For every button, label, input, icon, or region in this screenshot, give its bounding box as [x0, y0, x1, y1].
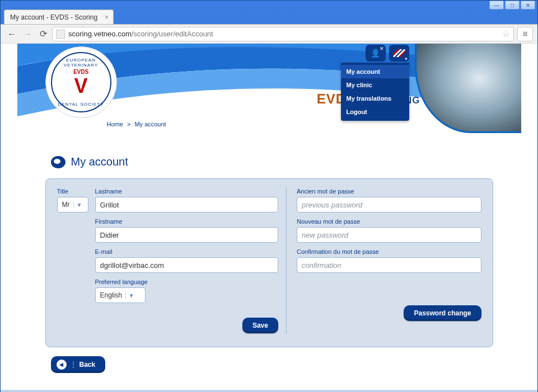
reload-icon[interactable]: ⟳ [36, 27, 50, 41]
lastname-label: Lastname [95, 188, 278, 195]
email-input[interactable] [95, 257, 278, 273]
menu-item-my-translations[interactable]: My translations [341, 92, 409, 105]
tab-title: My account - EVDS - Scoring [10, 13, 97, 21]
menu-item-logout[interactable]: Logout [341, 105, 409, 119]
firstname-label: Firstname [95, 218, 278, 225]
logo-top-text: EUROPEAN VETERINARY [52, 58, 110, 68]
language-label: Preferred language [95, 278, 148, 285]
menu-item-my-clinic[interactable]: My clinic [341, 78, 409, 92]
page-viewport: EUROPEAN VETERINARY EVDS V DENTAL SOCIET… [1, 44, 537, 392]
new-password-label: Nouveau mot de passe [297, 218, 481, 225]
menu-item-my-account[interactable]: My account [341, 65, 409, 78]
chrome-menu-icon[interactable]: ≡ [517, 27, 533, 41]
close-window-button[interactable]: ✕ [521, 1, 535, 10]
user-menu-button[interactable]: 👤✕ [366, 45, 386, 62]
back-button[interactable]: ◄ ⋮ Back [51, 356, 106, 373]
section-title: My account [71, 155, 128, 168]
section-header: My account [51, 155, 521, 168]
url-host: scoring.vetneo.com [68, 30, 132, 38]
old-password-label: Ancien mot de passe [297, 188, 481, 195]
uk-flag-icon [393, 49, 405, 57]
maximize-button[interactable]: □ [505, 1, 520, 10]
back-dots-icon: ⋮ [70, 361, 76, 369]
lastname-input[interactable] [95, 197, 278, 212]
confirm-password-label: Confirmation du mot de passe [297, 248, 481, 255]
language-select[interactable]: English ▼ [95, 287, 146, 303]
bookmark-star-icon[interactable]: ☆ [502, 29, 510, 39]
close-tab-icon[interactable]: × [105, 13, 109, 21]
email-label: E-mail [95, 248, 278, 255]
password-form: Ancien mot de passe Nouveau mot de passe… [286, 188, 481, 333]
chevron-down-icon: ▼ [125, 292, 134, 299]
title-select[interactable]: Mr ▼ [57, 197, 88, 212]
account-panel: Title Mr ▼ Lastname [45, 178, 493, 347]
footer-bar [1, 390, 537, 392]
url-path: /scoring/user/editAccount [132, 30, 213, 38]
logo-bottom-text: DENTAL SOCIETY [52, 102, 110, 107]
title-value: Mr [62, 201, 70, 209]
address-bar[interactable]: scoring.vetneo.com/scoring/user/editAcco… [52, 27, 514, 41]
chevron-down-icon: ▼ [73, 202, 82, 208]
firstname-input[interactable] [95, 227, 278, 243]
breadcrumb: Home > My account [107, 121, 166, 127]
breadcrumb-sep: > [127, 121, 130, 127]
back-label: Back [79, 361, 96, 369]
browser-tab[interactable]: My account - EVDS - Scoring × [4, 10, 114, 24]
logo-v-icon: V [52, 74, 110, 98]
browser-window: — □ ✕ My account - EVDS - Scoring × ← → … [0, 0, 538, 392]
new-password-input[interactable] [297, 227, 481, 243]
logo[interactable]: EUROPEAN VETERINARY EVDS V DENTAL SOCIET… [45, 46, 117, 118]
header-icons: 👤✕ ▸ [362, 45, 409, 62]
forward-nav-icon[interactable]: → [21, 27, 34, 41]
minimize-button[interactable]: — [489, 1, 504, 10]
language-value: English [100, 291, 122, 299]
window-controls: — □ ✕ [1, 1, 537, 10]
old-password-input[interactable] [297, 197, 481, 212]
browser-toolbar: ← → ⟳ scoring.vetneo.com/scoring/user/ed… [1, 25, 537, 44]
section-icon [51, 156, 66, 168]
confirm-password-input[interactable] [297, 257, 481, 273]
breadcrumb-current: My account [134, 121, 166, 127]
user-dropdown: My account My clinic My translations Log… [341, 63, 409, 121]
account-form: Title Mr ▼ Lastname [57, 188, 286, 333]
browser-inner: ← → ⟳ scoring.vetneo.com/scoring/user/ed… [1, 24, 537, 392]
title-label: Title [57, 188, 88, 195]
back-nav-icon[interactable]: ← [5, 27, 18, 41]
back-arrow-icon: ◄ [57, 360, 67, 370]
page-header: EUROPEAN VETERINARY EVDS V DENTAL SOCIET… [17, 44, 521, 133]
password-change-button[interactable]: Password change [404, 305, 481, 321]
tab-strip: My account - EVDS - Scoring × [1, 10, 537, 24]
page-icon [56, 30, 65, 39]
breadcrumb-home[interactable]: Home [107, 121, 123, 127]
save-button[interactable]: Save [242, 318, 278, 333]
language-button[interactable]: ▸ [389, 45, 409, 62]
